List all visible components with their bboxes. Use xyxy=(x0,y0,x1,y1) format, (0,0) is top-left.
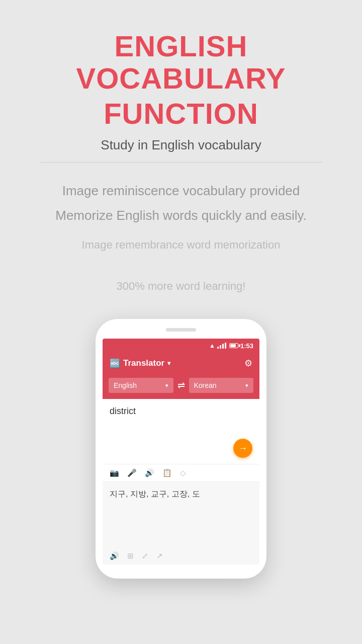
source-dropdown-arrow: ▾ xyxy=(165,382,168,389)
description-primary-line1: Image reminiscence vocabulary provided xyxy=(62,181,300,201)
signal-bars xyxy=(217,343,226,349)
clipboard-icon[interactable]: 📋 xyxy=(162,468,172,477)
result-copy-icon[interactable]: ⊞ xyxy=(127,551,134,560)
input-text: district xyxy=(110,405,252,418)
page-subtitle: Study in English vocabulary xyxy=(101,137,261,153)
app-header: 🔤 Translator ▾ ⚙ xyxy=(103,353,259,374)
status-time: 1:53 xyxy=(240,342,253,350)
target-language-label: Korean xyxy=(194,381,217,389)
camera-icon[interactable]: 📷 xyxy=(110,468,119,477)
swap-languages-icon[interactable]: ⇌ xyxy=(177,380,185,391)
phone-speaker xyxy=(166,328,196,332)
source-language-selector[interactable]: English ▾ xyxy=(109,378,173,393)
microphone-icon[interactable]: 🎤 xyxy=(127,468,137,477)
translation-result-text: 지구, 지방, 교구, 고장, 도 xyxy=(110,488,252,500)
phone-mockup: ▲ 1:53 🔤 Translator ▾ xyxy=(96,319,266,579)
result-area: 지구, 지방, 교구, 고장, 도 xyxy=(103,482,259,547)
battery-icon xyxy=(229,343,238,348)
input-toolbar: 📷 🎤 🔊 📋 ◇ xyxy=(103,464,259,482)
app-header-title-group: 🔤 Translator ▾ xyxy=(110,358,170,369)
dropdown-indicator: ▾ xyxy=(167,360,170,367)
input-area[interactable]: district → xyxy=(103,399,259,464)
translator-icon: 🔤 xyxy=(110,358,120,369)
section-divider xyxy=(40,162,322,163)
page-title-line2: FUNCTION xyxy=(104,98,258,130)
description-secondary-line1: Image remembrance word memorization xyxy=(82,236,281,254)
page-title: ENGLISH VOCABULARY xyxy=(20,30,342,95)
result-speaker-icon[interactable]: 🔊 xyxy=(110,551,119,560)
target-language-selector[interactable]: Korean ▾ xyxy=(189,378,254,393)
result-expand-icon[interactable]: ⤢ xyxy=(142,551,148,560)
app-screen: ▲ 1:53 🔤 Translator ▾ xyxy=(103,339,259,565)
settings-icon[interactable]: ⚙ xyxy=(244,358,252,369)
wifi-icon: ▲ xyxy=(209,342,215,349)
description-primary-line2: Memorize English words quickly and easil… xyxy=(55,205,307,225)
app-title-text: Translator xyxy=(123,358,164,368)
description-secondary-line2: 300% more word learning! xyxy=(117,278,246,295)
erase-icon[interactable]: ◇ xyxy=(180,468,186,477)
source-language-label: English xyxy=(114,381,137,389)
result-share-icon[interactable]: ↗ xyxy=(156,551,163,560)
speaker-icon[interactable]: 🔊 xyxy=(145,468,154,477)
status-bar: ▲ 1:53 xyxy=(103,339,259,353)
translate-button[interactable]: → xyxy=(233,439,252,458)
header-right: ⚙ xyxy=(244,358,252,369)
target-dropdown-arrow: ▾ xyxy=(245,382,248,389)
language-bar: English ▾ ⇌ Korean ▾ xyxy=(103,374,259,399)
result-toolbar: 🔊 ⊞ ⤢ ↗ xyxy=(103,547,259,565)
status-icons: ▲ 1:53 xyxy=(209,342,253,350)
